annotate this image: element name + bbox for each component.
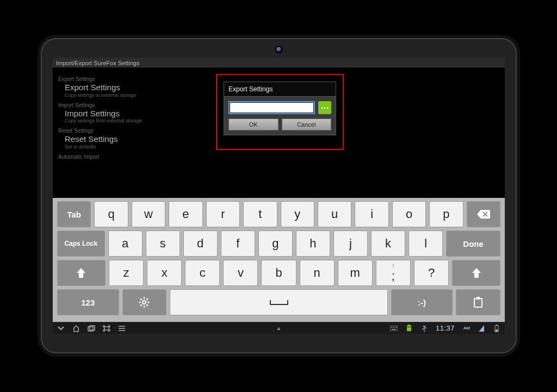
on-screen-keyboard: Tab q w e r t y u i o p Caps Lock a s d xyxy=(53,198,505,322)
svg-rect-14 xyxy=(390,326,398,331)
key-n[interactable]: n xyxy=(300,260,335,286)
key-z[interactable]: z xyxy=(109,260,144,286)
key-b[interactable]: b xyxy=(261,260,296,286)
cancel-button[interactable]: Cancel xyxy=(282,119,332,130)
reset-settings-item[interactable]: Reset Settings Set to defaults xyxy=(65,135,276,150)
recent-apps-icon xyxy=(88,325,95,332)
key-semicolon[interactable]: ! ; xyxy=(376,260,411,286)
key-shift-right[interactable] xyxy=(452,260,500,286)
key-w[interactable]: w xyxy=(132,201,165,227)
ellipsis-icon xyxy=(321,107,329,109)
key-alt-label: ! xyxy=(392,263,394,269)
key-t[interactable]: t xyxy=(243,201,277,227)
key-y[interactable]: y xyxy=(281,201,314,227)
key-r[interactable]: r xyxy=(206,201,240,227)
clipboard-icon xyxy=(473,297,483,308)
export-settings-dialog: Export Settings OK Cancel xyxy=(224,82,336,135)
nav-menu-button[interactable] xyxy=(118,325,126,332)
browse-button[interactable] xyxy=(318,101,331,114)
key-m[interactable]: m xyxy=(338,260,373,286)
svg-rect-12 xyxy=(90,326,95,330)
svg-rect-15 xyxy=(391,327,392,328)
shift-up-icon xyxy=(77,268,85,278)
key-done[interactable]: Done xyxy=(446,231,500,257)
expand-notifications-icon[interactable]: ▲ xyxy=(276,325,282,331)
svg-line-5 xyxy=(140,298,142,300)
key-attachment[interactable] xyxy=(456,289,500,315)
status-signal-icon xyxy=(478,325,485,332)
dialog-title: Export Settings xyxy=(224,82,336,97)
status-battery-icon xyxy=(493,325,500,332)
svg-rect-17 xyxy=(394,327,395,328)
key-a[interactable]: a xyxy=(108,231,143,257)
key-i[interactable]: i xyxy=(355,201,388,227)
svg-rect-19 xyxy=(392,329,396,330)
status-android-icon xyxy=(405,325,413,332)
key-u[interactable]: u xyxy=(318,201,351,227)
ok-button[interactable]: OK xyxy=(228,119,278,130)
key-o[interactable]: o xyxy=(392,201,426,227)
key-j[interactable]: j xyxy=(333,231,368,257)
key-h[interactable]: h xyxy=(296,231,330,257)
key-g[interactable]: g xyxy=(258,231,293,257)
svg-rect-16 xyxy=(393,327,394,328)
svg-rect-24 xyxy=(496,329,498,332)
svg-line-8 xyxy=(146,298,148,300)
key-tab[interactable]: Tab xyxy=(57,201,91,227)
key-p[interactable]: p xyxy=(429,201,463,227)
key-settings[interactable] xyxy=(122,289,167,315)
space-icon xyxy=(269,299,289,306)
key-symbols[interactable]: 123 xyxy=(57,289,119,315)
backspace-icon xyxy=(477,210,490,219)
export-path-input[interactable] xyxy=(228,101,315,114)
key-k[interactable]: k xyxy=(371,231,405,257)
status-usb-icon xyxy=(420,325,428,332)
svg-rect-13 xyxy=(104,327,109,330)
setting-subtitle: Set to defaults xyxy=(65,144,276,150)
tablet-frame: Import/Export SureFox Settings Export Se… xyxy=(41,38,517,353)
gear-icon xyxy=(139,297,150,308)
key-c[interactable]: c xyxy=(185,260,220,286)
home-icon xyxy=(72,325,80,332)
nav-back-button[interactable] xyxy=(57,325,65,332)
svg-rect-21 xyxy=(425,327,426,328)
screen: Import/Export SureFox Settings Export Se… xyxy=(53,58,505,334)
nav-screenshot-button[interactable] xyxy=(103,325,110,332)
key-emoji[interactable]: :-) xyxy=(391,289,453,315)
svg-line-7 xyxy=(140,304,142,306)
capture-icon xyxy=(103,325,110,332)
key-space[interactable] xyxy=(170,289,387,315)
status-keyboard-icon xyxy=(390,325,398,332)
svg-line-6 xyxy=(146,304,148,306)
key-q[interactable]: q xyxy=(94,201,128,227)
svg-rect-11 xyxy=(88,327,93,331)
key-v[interactable]: v xyxy=(223,260,258,286)
status-clock-ampm: AM xyxy=(463,326,470,331)
svg-point-20 xyxy=(422,328,423,329)
key-question[interactable]: ? xyxy=(414,260,449,286)
key-d[interactable]: d xyxy=(183,231,218,257)
dialog-button-row: OK Cancel xyxy=(224,119,336,135)
key-f[interactable]: f xyxy=(221,231,255,257)
key-e[interactable]: e xyxy=(169,201,202,227)
key-x[interactable]: x xyxy=(147,260,182,286)
nav-home-button[interactable] xyxy=(72,325,80,332)
key-backspace[interactable] xyxy=(467,201,500,227)
nav-recent-button[interactable] xyxy=(88,325,95,332)
app-title: Import/Export SureFox Settings xyxy=(56,60,139,66)
dialog-body xyxy=(224,97,336,119)
svg-rect-18 xyxy=(396,327,397,328)
front-camera xyxy=(276,47,282,52)
svg-rect-10 xyxy=(476,297,480,300)
svg-point-0 xyxy=(143,301,146,304)
status-clock: 11:37 xyxy=(436,324,455,332)
app-title-bar: Import/Export SureFox Settings xyxy=(53,58,505,67)
shift-up-icon xyxy=(472,268,481,278)
svg-rect-23 xyxy=(496,325,497,326)
key-s[interactable]: s xyxy=(146,231,180,257)
key-shift-left[interactable] xyxy=(57,260,106,286)
svg-rect-9 xyxy=(474,298,482,307)
key-caps-lock[interactable]: Caps Lock xyxy=(57,231,105,257)
key-l[interactable]: l xyxy=(409,231,443,257)
section-header: Automatic Import xyxy=(58,154,276,160)
